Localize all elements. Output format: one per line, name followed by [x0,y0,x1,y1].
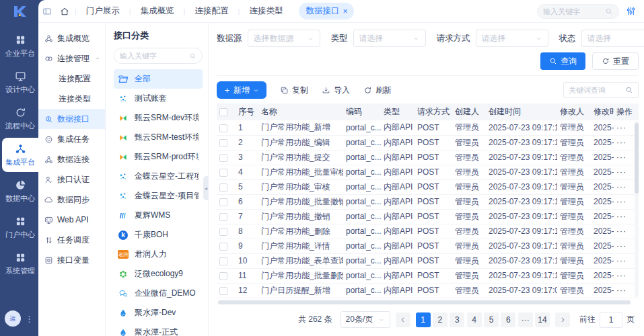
table-row[interactable]: 10 门户常用功能_表单查询 portal_c... 内部API POST 管理… [217,253,639,268]
category-item[interactable]: 聚水潭-Dev [114,303,203,323]
col-serial[interactable]: 序号 [236,103,258,120]
row-checkbox[interactable] [219,183,227,192]
row-checkbox[interactable] [219,124,227,132]
select-all-checkbox[interactable] [219,108,227,116]
row-checkbox[interactable] [219,257,227,265]
table-row[interactable]: 4 门户常用功能_批量审核 portal_c... 内部API POST 管理员… [217,165,639,179]
row-checkbox[interactable] [219,169,227,177]
category-search-input[interactable] [120,52,186,60]
col-modified[interactable]: 修改时间 [591,103,614,120]
app-sidebar-item[interactable]: 数据中心 [2,174,38,208]
page-ellipsis[interactable]: ··· [518,312,533,327]
import-button[interactable]: 导入 [322,85,350,96]
cell-name[interactable]: 门户常用功能_编辑 [258,135,343,150]
module-sidebar-item[interactable]: Web API [38,210,105,230]
category-item[interactable]: 企业微信_DEMO [114,284,203,303]
table-row[interactable]: 11 门户常用功能_批量删除 portal_c... 内部API POST 管理… [217,268,639,283]
table-row[interactable]: 6 门户常用功能_批量撤销 portal_c... 内部API POST 管理员… [217,194,639,209]
prev-page-button[interactable] [396,312,410,327]
module-sidebar-item[interactable]: 数据连接 [38,149,105,169]
page-button[interactable]: 4 [467,312,482,327]
table-row[interactable]: 5 门户常用功能_审核 portal_c... 内部API POST 管理员 2… [217,179,639,194]
category-item[interactable]: k 千康BOH [114,225,203,245]
add-button[interactable]: 新增 [217,81,266,99]
module-sidebar-item[interactable]: 连接配置 [38,69,105,89]
category-search[interactable] [114,48,203,64]
page-button[interactable]: 2 [433,312,448,327]
scrollbar-thumb[interactable] [635,123,639,194]
cell-name[interactable]: 门户常用功能_表单查询 [258,253,343,268]
tab-integration-overview[interactable]: 集成概览 [131,5,184,17]
page-button[interactable]: 5 [484,312,499,327]
keyword-search[interactable] [563,82,639,98]
cell-name[interactable]: 门户常用功能_批量审核 [258,165,343,179]
category-item[interactable]: 金蝶云星空-项目管... [114,186,203,206]
cell-name[interactable]: 门户常用功能_删除 [258,224,343,239]
app-sidebar-item[interactable]: 集成平台 [2,138,38,172]
row-checkbox[interactable] [219,228,227,236]
refresh-button[interactable]: 刷新 [363,85,392,96]
table-row[interactable]: 1 门户常用功能_新增 portal_c... 内部API POST 管理员 2… [217,120,639,135]
kebab-menu-icon[interactable]: ⋮ [25,314,34,324]
page-button[interactable]: 1 [416,312,431,327]
module-sidebar-item[interactable]: 数据接口 [38,109,105,129]
keyword-search-input[interactable] [569,86,622,94]
col-modifier[interactable]: 修改人 [557,103,591,120]
next-page-button[interactable] [555,312,570,327]
module-sidebar-item[interactable]: 任务调度 [38,230,105,250]
row-actions-button[interactable]: ··· [614,298,638,298]
page-button[interactable]: 6 [501,312,515,327]
tab-data-interface-active[interactable]: 数据接口 × [299,3,354,19]
category-item[interactable]: 泛微ecology9 [114,264,203,284]
row-checkbox[interactable] [219,198,227,206]
filter-select[interactable]: 请选择 [353,30,426,47]
topbar-search-input[interactable] [543,7,601,15]
goto-page-input[interactable] [600,312,622,328]
col-created[interactable]: 创建时间 [486,103,557,120]
tab-connection-type[interactable]: 连接类型 [240,5,292,17]
close-icon[interactable]: × [343,7,347,16]
app-sidebar-item[interactable]: 门户中心 [2,210,38,245]
row-checkbox[interactable] [219,243,227,251]
cell-name[interactable]: 门户常用功能_提交 [258,150,343,165]
table-row[interactable]: 2 门户常用功能_编辑 portal_c... 内部API POST 管理员 2… [217,135,639,150]
col-method[interactable]: 请求方式 [415,103,452,120]
table-row[interactable]: 12 门户日历提醒_新增 portal_c... 内部API POST 管理员 … [217,283,639,298]
cell-name[interactable]: 门户常用功能_审核 [258,179,343,194]
category-item[interactable]: 甄云SRM-prod环境... [114,147,203,167]
page-button[interactable]: 14 [535,312,550,327]
col-code[interactable]: 编码 [343,103,381,120]
module-sidebar-item[interactable]: 数据同步 [38,190,105,210]
collapse-sidebar-icon[interactable] [42,7,52,16]
category-item[interactable]: 金蝶云星空-工程项... [114,167,203,186]
cell-name[interactable]: 门户常用功能_批量删除 [258,268,343,283]
tab-portal-display[interactable]: 门户展示 [77,5,129,17]
module-sidebar-item[interactable]: 接口认证 [38,169,105,190]
category-item[interactable]: 夏辉WMS [114,206,203,225]
table-row[interactable]: 8 门户常用功能_删除 portal_c... 内部API POST 管理员 2… [217,224,639,239]
category-item[interactable]: 君润 君润人力 [114,245,203,264]
cell-name[interactable]: 门户日历提醒_编辑 [258,298,343,298]
copy-button[interactable]: 复制 [280,85,308,96]
category-item[interactable]: 甄云SRM-dev环境... [114,108,203,128]
row-checkbox[interactable] [219,213,227,221]
page-button[interactable]: 3 [450,312,464,327]
filter-select[interactable]: 选择数据源 [248,30,320,47]
page-size-select[interactable]: 20条/页 [341,311,390,328]
app-sidebar-item[interactable]: 企业平台 [2,29,38,63]
filter-select[interactable]: 请选择 [581,30,644,47]
table-row[interactable]: 13 门户日历提醒_编辑 portal_c... 内部API POST 管理员 … [217,298,639,298]
cell-name[interactable]: 门户常用功能_撤销 [258,209,343,224]
cell-name[interactable]: 门户日历提醒_新增 [258,283,343,298]
category-item[interactable]: 全部 [114,69,203,89]
module-sidebar-item[interactable]: 接口变量 [38,250,105,270]
app-sidebar-item[interactable]: 系统管理 [2,247,38,281]
horizontal-scrollbar[interactable] [218,300,631,304]
row-checkbox[interactable] [219,272,227,280]
col-creator[interactable]: 创建人 [452,103,486,120]
avatar[interactable]: 运 [5,310,21,327]
category-item[interactable]: 聚水潭-正式 [114,323,203,336]
table-row[interactable]: 9 门户常用功能_详情 portal_c... 内部API POST 管理员 2… [217,239,639,253]
table-row[interactable]: 3 门户常用功能_提交 portal_c... 内部API POST 管理员 2… [217,150,639,165]
reset-button[interactable]: 重置 [592,52,639,70]
